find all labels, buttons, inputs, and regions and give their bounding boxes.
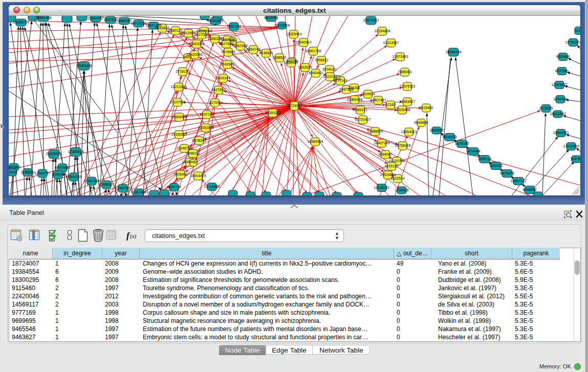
svg-text:16640910: 16640910 (295, 40, 311, 44)
svg-text:9657774: 9657774 (167, 185, 181, 189)
svg-text:14136141: 14136141 (374, 186, 389, 189)
svg-text:9527500: 9527500 (194, 33, 208, 36)
svg-text:19654982: 19654982 (171, 115, 187, 119)
svg-text:9146821: 9146821 (259, 51, 273, 55)
svg-text:9875685: 9875685 (221, 50, 235, 54)
svg-text:114519: 114519 (52, 172, 64, 176)
svg-text:9474444: 9474444 (466, 149, 480, 153)
svg-text:8267130: 8267130 (200, 113, 213, 116)
svg-text:19384554: 19384554 (307, 140, 323, 143)
svg-text:16914479: 16914479 (190, 174, 206, 178)
svg-text:18724007: 18724007 (286, 104, 302, 107)
svg-text:20053346: 20053346 (76, 64, 92, 68)
svg-text:12323446: 12323446 (130, 190, 146, 194)
svg-text:13975115: 13975115 (400, 84, 416, 88)
svg-text:9329906: 9329906 (556, 55, 570, 58)
svg-text:20206576: 20206576 (46, 152, 61, 156)
svg-text:20364436: 20364436 (346, 98, 362, 101)
svg-text:317006: 317006 (209, 101, 221, 104)
svg-text:1843501: 1843501 (9, 165, 21, 169)
svg-text:9684067: 9684067 (378, 152, 392, 156)
svg-text:10107553: 10107553 (169, 100, 185, 104)
svg-text:7625402: 7625402 (173, 172, 187, 176)
svg-text:7485063: 7485063 (398, 70, 411, 74)
svg-text:7955812: 7955812 (314, 58, 328, 62)
svg-text:16648784: 16648784 (445, 50, 461, 54)
svg-text:23226058: 23226058 (196, 29, 212, 33)
svg-text:8813054: 8813054 (264, 16, 278, 19)
svg-text:12353594: 12353594 (198, 126, 213, 129)
svg-text:9245052: 9245052 (522, 188, 536, 191)
svg-text:9498212: 9498212 (186, 151, 200, 155)
svg-text:746266: 746266 (348, 86, 360, 90)
svg-text:116753: 116753 (571, 157, 580, 161)
svg-text:10720407: 10720407 (355, 118, 371, 121)
svg-text:16961758: 16961758 (305, 49, 321, 53)
svg-text:12093832: 12093832 (551, 83, 567, 86)
svg-text:90975887: 90975887 (54, 166, 70, 169)
svg-text:14099481: 14099481 (182, 160, 198, 164)
svg-text:9527508: 9527508 (219, 42, 233, 46)
svg-text:17957253: 17957253 (83, 179, 99, 183)
svg-text:6479197: 6479197 (455, 142, 469, 145)
svg-text:13325419: 13325419 (286, 32, 301, 36)
svg-text:10543362: 10543362 (188, 42, 204, 46)
svg-text:15692951: 15692951 (553, 131, 569, 135)
svg-text:20756928: 20756928 (395, 144, 410, 147)
svg-text:1322037: 1322037 (284, 61, 298, 64)
svg-text:1733426: 1733426 (395, 188, 408, 192)
svg-text:9878342: 9878342 (192, 139, 206, 142)
svg-text:8186328: 8186328 (208, 37, 222, 40)
svg-text:8471676: 8471676 (500, 171, 514, 175)
svg-text:1522514: 1522514 (390, 177, 404, 180)
svg-text:7857224: 7857224 (227, 25, 241, 28)
svg-text:12213967: 12213967 (383, 41, 399, 45)
svg-text:9777169: 9777169 (333, 79, 347, 82)
svg-text:9115460: 9115460 (420, 106, 433, 110)
svg-text:10154808: 10154808 (374, 29, 390, 33)
svg-text:10973493: 10973493 (392, 55, 408, 58)
svg-text:15751074: 15751074 (565, 40, 580, 44)
svg-text:2935114: 2935114 (478, 157, 492, 161)
svg-text:13716485: 13716485 (204, 185, 220, 188)
svg-text:8660123: 8660123 (168, 29, 182, 32)
svg-text:1156829: 1156829 (21, 170, 35, 174)
svg-text:14055714: 14055714 (13, 20, 29, 24)
svg-text:7663822: 7663822 (155, 26, 169, 30)
svg-text:8454749: 8454749 (246, 48, 260, 51)
svg-text:19463627: 19463627 (399, 100, 415, 103)
svg-text:15300215: 15300215 (265, 111, 280, 115)
svg-text:8938923: 8938923 (443, 135, 456, 139)
svg-text:62160: 62160 (385, 103, 396, 106)
svg-text:20876512: 20876512 (363, 18, 379, 22)
svg-text:9242845: 9242845 (220, 62, 234, 66)
svg-text:13524851: 13524851 (380, 173, 396, 177)
svg-text:19218506: 19218506 (274, 24, 290, 27)
svg-text:16053809: 16053809 (207, 19, 223, 23)
svg-text:1615132: 1615132 (384, 164, 398, 168)
svg-text:8427552: 8427552 (211, 88, 225, 92)
svg-text:10719155: 10719155 (130, 21, 146, 25)
svg-text:1244419: 1244419 (553, 97, 567, 101)
svg-text:12505135: 12505135 (66, 175, 81, 179)
svg-text:12342737: 12342737 (34, 171, 50, 175)
svg-text:13654923: 13654923 (401, 130, 417, 134)
svg-text:12213363: 12213363 (170, 85, 186, 89)
svg-text:9699695: 9699695 (414, 121, 428, 124)
svg-text:10688609: 10688609 (367, 129, 383, 133)
svg-text:8990443: 8990443 (309, 71, 322, 75)
svg-text:1527602: 1527602 (103, 18, 117, 21)
svg-text:13915: 13915 (9, 170, 17, 174)
svg-text:2986372: 2986372 (353, 108, 367, 112)
svg-text:7632021: 7632021 (489, 164, 503, 167)
svg-text:1640955: 1640955 (429, 128, 443, 132)
svg-text:2603144: 2603144 (216, 76, 230, 80)
svg-text:17010534: 17010534 (563, 144, 579, 148)
svg-text:19166857: 19166857 (171, 133, 187, 136)
svg-text:17359924: 17359924 (68, 150, 83, 154)
svg-text:10653267: 10653267 (88, 16, 103, 20)
svg-text:10025488: 10025488 (394, 108, 410, 112)
svg-text:9227341: 9227341 (555, 69, 569, 73)
svg-text:1362615: 1362615 (298, 65, 312, 69)
svg-text:3215955: 3215955 (539, 106, 553, 110)
